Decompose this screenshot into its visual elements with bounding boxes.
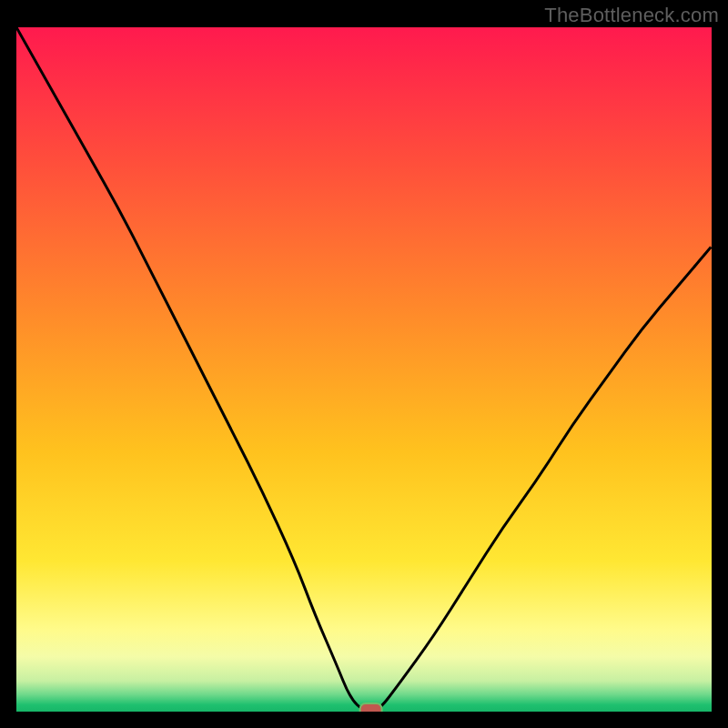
plot-area [16,27,712,712]
bottleneck-chart [16,27,712,712]
optimal-point-marker [360,703,382,712]
gradient-background [16,27,712,712]
watermark-text: TheBottleneck.com [544,4,719,27]
chart-frame: TheBottleneck.com [0,0,728,728]
